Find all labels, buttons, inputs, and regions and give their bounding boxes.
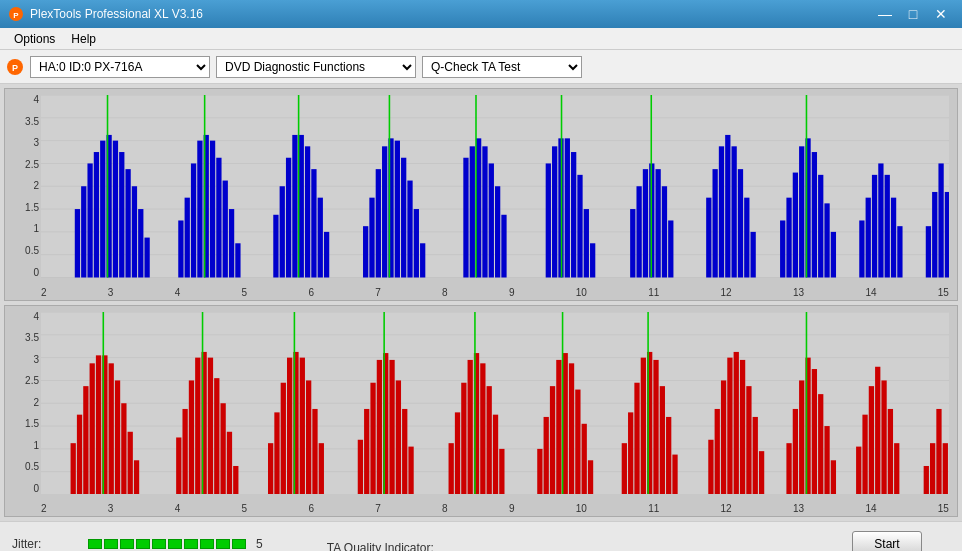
svg-rect-32 <box>216 158 221 278</box>
svg-rect-17 <box>100 141 105 278</box>
y-label-35: 3.5 <box>5 117 39 127</box>
svg-rect-70 <box>571 152 576 277</box>
menu-options[interactable]: Options <box>6 30 63 48</box>
svg-rect-182 <box>588 460 593 494</box>
svg-rect-156 <box>370 382 375 494</box>
x-label: 7 <box>375 503 381 514</box>
svg-rect-155 <box>364 408 369 494</box>
start-button[interactable]: Start <box>852 531 922 552</box>
svg-rect-150 <box>306 380 311 494</box>
svg-rect-209 <box>824 426 829 494</box>
svg-rect-98 <box>824 203 829 277</box>
svg-rect-53 <box>401 158 406 278</box>
svg-rect-86 <box>725 135 730 278</box>
function-selector[interactable]: DVD Diagnostic Functions <box>216 56 416 78</box>
svg-rect-207 <box>812 369 817 494</box>
minimize-button[interactable]: — <box>872 4 898 24</box>
x-label: 12 <box>721 503 732 514</box>
svg-rect-147 <box>287 357 292 494</box>
led-5 <box>152 539 166 549</box>
led-1 <box>88 539 102 549</box>
jitter-led-bar <box>88 539 246 549</box>
main-content: 4 3.5 3 2.5 2 1.5 1 0.5 0 <box>0 84 962 521</box>
svg-rect-149 <box>300 357 305 494</box>
x-label: 10 <box>576 503 587 514</box>
svg-rect-205 <box>799 380 804 494</box>
results-center: TA Quality Indicator: Excellent <box>327 541 434 552</box>
test-selector[interactable]: Q-Check TA Test <box>422 56 582 78</box>
x-label: 8 <box>442 287 448 298</box>
svg-rect-49 <box>376 169 381 277</box>
jitter-value: 5 <box>256 537 263 551</box>
svg-rect-66 <box>546 163 551 277</box>
svg-rect-135 <box>189 380 194 494</box>
bottom-chart-x-axis: 2 3 4 5 6 7 8 9 10 11 12 13 14 15 <box>41 503 949 514</box>
maximize-button[interactable]: □ <box>900 4 926 24</box>
svg-rect-99 <box>831 232 836 278</box>
y-label-2: 2 <box>5 181 39 191</box>
svg-rect-96 <box>812 152 817 277</box>
svg-rect-71 <box>577 175 582 278</box>
svg-rect-80 <box>662 186 667 277</box>
svg-rect-195 <box>715 408 720 494</box>
svg-rect-198 <box>734 351 739 494</box>
y-label-4: 4 <box>5 312 39 322</box>
svg-rect-104 <box>878 163 883 277</box>
svg-rect-154 <box>358 439 363 494</box>
x-label: 12 <box>721 287 732 298</box>
app-title: PlexTools Professional XL V3.16 <box>30 7 203 21</box>
svg-rect-179 <box>569 363 574 494</box>
y-label-3: 3 <box>5 355 39 365</box>
svg-rect-187 <box>641 357 646 494</box>
svg-rect-45 <box>324 232 329 278</box>
svg-rect-73 <box>590 243 595 277</box>
svg-rect-221 <box>936 408 941 494</box>
svg-rect-55 <box>414 209 419 277</box>
svg-rect-94 <box>799 146 804 277</box>
close-button[interactable]: ✕ <box>928 4 954 24</box>
svg-rect-167 <box>468 359 473 494</box>
svg-rect-151 <box>312 408 317 494</box>
svg-rect-202 <box>759 451 764 494</box>
svg-rect-125 <box>96 355 101 494</box>
svg-rect-24 <box>144 238 149 278</box>
x-label: 4 <box>175 287 181 298</box>
svg-rect-102 <box>866 198 871 278</box>
svg-rect-142 <box>233 465 238 494</box>
svg-rect-140 <box>220 403 225 494</box>
svg-rect-159 <box>389 359 394 494</box>
svg-rect-144 <box>268 443 273 494</box>
ta-quality-label: TA Quality Indicator: <box>327 541 434 552</box>
x-label: 11 <box>648 287 659 298</box>
device-selector[interactable]: HA:0 ID:0 PX-716A <box>30 56 210 78</box>
x-label: 8 <box>442 503 448 514</box>
svg-rect-146 <box>281 382 286 494</box>
title-bar: P PlexTools Professional XL V3.16 — □ ✕ <box>0 0 962 28</box>
led-10 <box>232 539 246 549</box>
svg-rect-129 <box>121 403 126 494</box>
menu-help[interactable]: Help <box>63 30 104 48</box>
svg-rect-27 <box>185 198 190 278</box>
svg-rect-47 <box>363 226 368 277</box>
svg-rect-216 <box>881 380 886 494</box>
svg-rect-101 <box>859 220 864 277</box>
x-label: 14 <box>865 503 876 514</box>
svg-rect-43 <box>311 169 316 277</box>
svg-rect-127 <box>109 363 114 494</box>
svg-rect-16 <box>94 152 99 277</box>
x-label: 13 <box>793 287 804 298</box>
title-bar-left: P PlexTools Professional XL V3.16 <box>8 6 203 22</box>
svg-rect-108 <box>926 226 931 277</box>
x-label: 6 <box>308 503 314 514</box>
svg-rect-181 <box>582 423 587 494</box>
svg-rect-103 <box>872 175 877 278</box>
svg-rect-204 <box>793 408 798 494</box>
x-label: 13 <box>793 503 804 514</box>
svg-rect-190 <box>660 386 665 494</box>
svg-rect-48 <box>369 198 374 278</box>
y-label-05: 0.5 <box>5 246 39 256</box>
svg-rect-174 <box>537 448 542 494</box>
svg-rect-50 <box>382 146 387 277</box>
y-label-35: 3.5 <box>5 333 39 343</box>
svg-rect-84 <box>712 169 717 277</box>
